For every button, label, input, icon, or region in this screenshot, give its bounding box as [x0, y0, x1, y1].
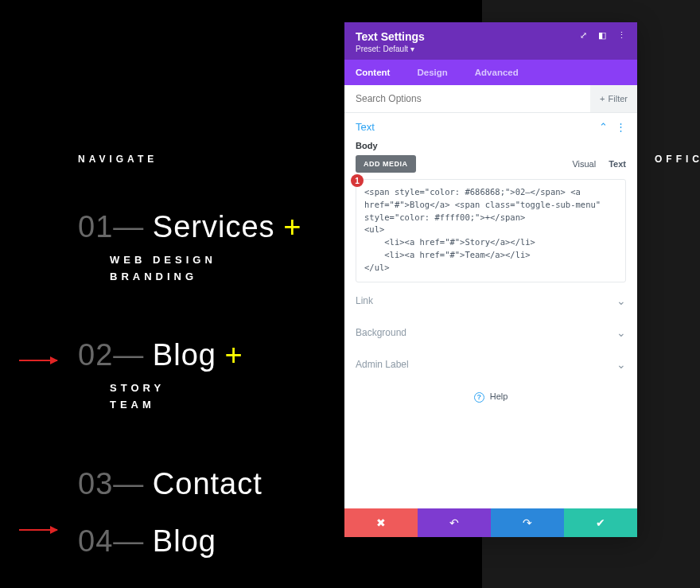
- chevron-down-icon: ⌄: [616, 358, 626, 371]
- help-label: Help: [490, 391, 508, 401]
- filter-button[interactable]: + Filter: [590, 85, 637, 112]
- sub-link[interactable]: TEAM: [110, 397, 301, 414]
- modal-header[interactable]: Text Settings Preset: Default ▾ ⤢ ◧ ⋮: [344, 22, 637, 60]
- modal-footer: ✖ ↶ ↷ ✔: [344, 508, 637, 537]
- collapse-icon[interactable]: ⌃: [599, 121, 608, 133]
- section-admin-label[interactable]: Admin Label ⌄: [344, 349, 637, 380]
- section-label: Link: [356, 295, 373, 306]
- office-heading: OFFICE: [655, 154, 700, 165]
- code-editor[interactable]: [356, 179, 626, 282]
- section-title: Text: [356, 121, 375, 133]
- text-settings-modal: Text Settings Preset: Default ▾ ⤢ ◧ ⋮ Co…: [344, 22, 637, 537]
- sub-link[interactable]: BRANDING: [110, 269, 301, 286]
- tab-content[interactable]: Content: [356, 60, 404, 85]
- navigate-heading: NAVIGATE: [78, 154, 158, 165]
- section-link[interactable]: Link ⌄: [344, 285, 637, 317]
- modal-title: Text Settings: [356, 30, 425, 43]
- modal-tools: ⤢ ◧ ⋮: [580, 30, 626, 41]
- settings-tabs: Content Design Advanced: [344, 60, 637, 85]
- discard-button[interactable]: ✖: [344, 508, 418, 537]
- sub-link[interactable]: WEB DESIGN: [110, 252, 301, 269]
- section-label: Admin Label: [356, 359, 409, 370]
- help-icon: ?: [474, 392, 484, 403]
- chevron-down-icon: ⌄: [616, 326, 626, 339]
- editor-wrapper: 1: [344, 179, 637, 285]
- add-media-button[interactable]: ADD MEDIA: [356, 155, 416, 173]
- nav-link-title[interactable]: Contact: [153, 467, 262, 500]
- tab-advanced[interactable]: Advanced: [475, 60, 533, 85]
- nav-item-blog-2: 04— Blog: [78, 525, 301, 559]
- editor-mode-tabs: Visual Text: [572, 158, 626, 170]
- annotation-arrow-icon: [19, 529, 57, 531]
- nav-link-title[interactable]: Services: [153, 210, 275, 243]
- nav-number: 01—: [78, 210, 144, 243]
- nav-item-blog: 02— Blog + STORY TEAM: [78, 339, 301, 413]
- tab-design[interactable]: Design: [417, 60, 461, 85]
- editor-tab-visual[interactable]: Visual: [572, 158, 596, 170]
- save-button[interactable]: ✔: [564, 508, 637, 537]
- nav-list: 01— Services + WEB DESIGN BRANDING 02— B…: [78, 211, 301, 588]
- undo-button[interactable]: ↶: [418, 508, 491, 537]
- annotation-badge: 1: [351, 174, 364, 187]
- body-label: Body: [344, 141, 637, 155]
- section-background[interactable]: Background ⌄: [344, 317, 637, 349]
- expand-icon[interactable]: ⤢: [580, 30, 587, 41]
- help-link[interactable]: ? Help: [344, 380, 637, 414]
- preset-dropdown[interactable]: Preset: Default ▾: [356, 45, 425, 53]
- snap-icon[interactable]: ◧: [598, 30, 606, 41]
- toggle-submenu-icon[interactable]: +: [224, 338, 242, 372]
- search-input[interactable]: [344, 85, 590, 112]
- filter-label: Filter: [609, 94, 628, 103]
- sub-list: WEB DESIGN BRANDING: [110, 252, 301, 286]
- nav-link-title[interactable]: Blog: [153, 338, 216, 372]
- nav-number: 04—: [78, 524, 144, 558]
- redo-button[interactable]: ↷: [491, 508, 564, 537]
- annotation-arrow-icon: [19, 360, 57, 361]
- more-icon[interactable]: ⋮: [617, 30, 626, 41]
- plus-icon: +: [600, 94, 605, 103]
- media-row: ADD MEDIA Visual Text: [344, 155, 637, 179]
- sub-list: STORY TEAM: [110, 380, 301, 414]
- sub-link[interactable]: STORY: [110, 380, 301, 397]
- toggle-submenu-icon[interactable]: +: [283, 210, 301, 243]
- section-text-header[interactable]: Text ⌃ ⋮: [344, 113, 637, 141]
- section-actions: ⌃ ⋮: [599, 121, 626, 133]
- nav-number: 02—: [78, 338, 144, 372]
- nav-link-title[interactable]: Blog: [153, 524, 216, 558]
- editor-tab-text[interactable]: Text: [609, 158, 626, 170]
- section-label: Background: [356, 327, 406, 338]
- chevron-down-icon: ⌄: [616, 294, 626, 307]
- nav-item-services: 01— Services + WEB DESIGN BRANDING: [78, 211, 301, 285]
- modal-title-block: Text Settings Preset: Default ▾: [356, 30, 425, 53]
- more-icon[interactable]: ⋮: [616, 121, 626, 133]
- nav-item-contact: 03— Contact: [78, 468, 301, 501]
- nav-number: 03—: [78, 467, 144, 500]
- search-row: + Filter: [344, 85, 637, 113]
